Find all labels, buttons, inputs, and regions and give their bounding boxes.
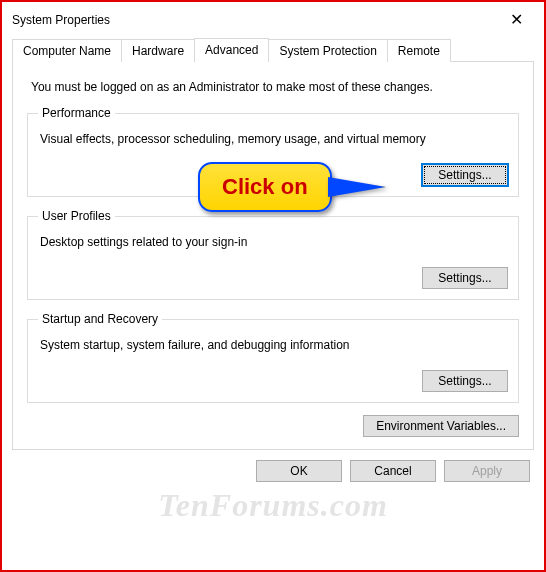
group-performance-legend: Performance [38,106,115,120]
group-user-profiles-legend: User Profiles [38,209,115,223]
group-performance: Performance Visual effects, processor sc… [27,106,519,197]
tab-computer-name[interactable]: Computer Name [12,39,122,62]
tab-panel-advanced: You must be logged on as an Administrato… [12,61,534,450]
tab-remote[interactable]: Remote [387,39,451,62]
window-title: System Properties [12,13,110,27]
apply-button[interactable]: Apply [444,460,530,482]
tabs: Computer Name Hardware Advanced System P… [12,37,534,61]
user-profiles-settings-button[interactable]: Settings... [422,267,508,289]
user-profiles-desc: Desktop settings related to your sign-in [40,235,506,249]
tab-hardware[interactable]: Hardware [121,39,195,62]
startup-recovery-desc: System startup, system failure, and debu… [40,338,506,352]
environment-variables-button[interactable]: Environment Variables... [363,415,519,437]
performance-desc: Visual effects, processor scheduling, me… [40,132,506,146]
titlebar: System Properties ✕ [2,2,544,37]
group-user-profiles: User Profiles Desktop settings related t… [27,209,519,300]
ok-button[interactable]: OK [256,460,342,482]
admin-notice: You must be logged on as an Administrato… [31,80,517,94]
close-icon[interactable]: ✕ [500,10,532,29]
tab-system-protection[interactable]: System Protection [268,39,387,62]
group-startup-recovery: Startup and Recovery System startup, sys… [27,312,519,403]
cancel-button[interactable]: Cancel [350,460,436,482]
dialog-buttons: OK Cancel Apply [2,450,544,494]
group-startup-recovery-legend: Startup and Recovery [38,312,162,326]
performance-settings-button[interactable]: Settings... [422,164,508,186]
tab-advanced[interactable]: Advanced [194,38,269,62]
startup-recovery-settings-button[interactable]: Settings... [422,370,508,392]
